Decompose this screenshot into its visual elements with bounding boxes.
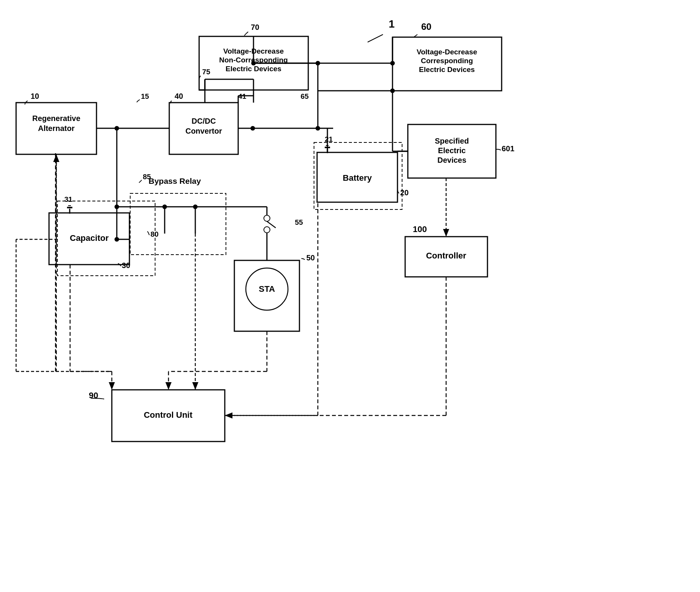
svg-text:Control Unit: Control Unit (144, 410, 193, 420)
svg-point-115 (114, 237, 119, 242)
svg-text:Controller: Controller (426, 251, 466, 260)
svg-text:Battery: Battery (343, 173, 372, 183)
svg-marker-117 (192, 382, 198, 390)
svg-text:60: 60 (421, 21, 432, 32)
svg-text:Electric Devices: Electric Devices (419, 65, 475, 74)
svg-text:601: 601 (502, 144, 514, 153)
svg-text:STA: STA (259, 284, 275, 294)
svg-text:Bypass Relay: Bypass Relay (149, 177, 201, 185)
svg-text:30: 30 (122, 261, 130, 270)
svg-text:Voltage-Decrease: Voltage-Decrease (417, 48, 477, 56)
svg-text:21: 21 (325, 135, 333, 143)
svg-marker-119 (443, 229, 449, 237)
svg-text:31: 31 (64, 195, 73, 203)
svg-text:Capacitor: Capacitor (70, 233, 109, 243)
svg-marker-108 (53, 154, 59, 162)
svg-text:70: 70 (251, 23, 259, 31)
svg-text:Regenerative: Regenerative (32, 114, 80, 123)
svg-marker-95 (165, 382, 172, 390)
svg-text:Corresponding: Corresponding (421, 57, 473, 65)
svg-text:80: 80 (150, 230, 159, 238)
svg-text:Alternator: Alternator (38, 124, 75, 132)
svg-text:Devices: Devices (437, 156, 466, 164)
svg-text:Specified: Specified (435, 137, 469, 145)
svg-text:10: 10 (31, 92, 39, 100)
svg-text:Electric Devices: Electric Devices (226, 65, 281, 73)
svg-text:55: 55 (295, 218, 303, 226)
svg-text:75: 75 (202, 68, 211, 76)
svg-rect-83 (130, 193, 226, 255)
svg-text:100: 100 (413, 224, 427, 234)
svg-text:40: 40 (175, 92, 183, 100)
svg-marker-99 (109, 382, 115, 390)
svg-point-54 (250, 126, 255, 131)
svg-text:Convertor: Convertor (185, 127, 222, 135)
svg-text:85: 85 (143, 173, 151, 181)
svg-text:65: 65 (301, 92, 309, 100)
diagram-container: 1 60 Regenerative Alternator 10 DC/DC Co… (0, 0, 700, 592)
svg-text:DC/DC: DC/DC (191, 117, 216, 125)
svg-point-85 (264, 227, 270, 233)
svg-text:1: 1 (389, 18, 395, 30)
svg-text:50: 50 (306, 253, 315, 262)
circuit-diagram-svg: 1 60 Regenerative Alternator 10 DC/DC Co… (0, 0, 700, 592)
svg-point-84 (264, 215, 270, 221)
svg-text:20: 20 (400, 188, 409, 197)
svg-text:15: 15 (141, 92, 149, 100)
svg-text:Electric: Electric (438, 146, 466, 155)
